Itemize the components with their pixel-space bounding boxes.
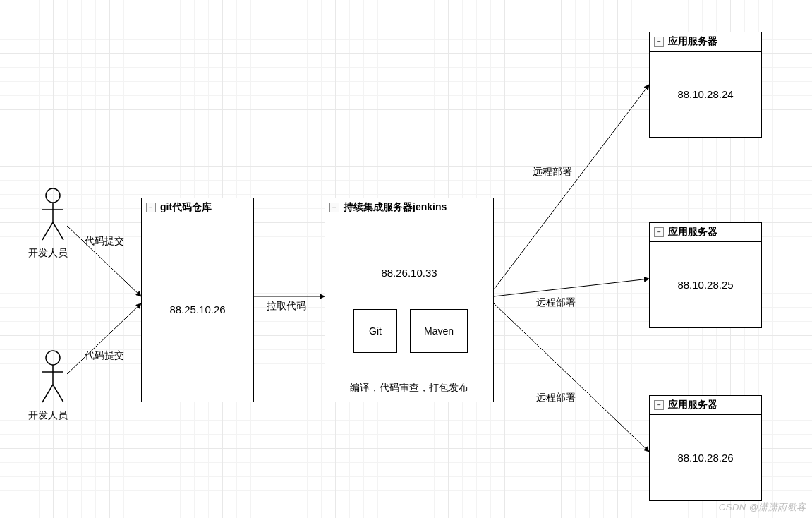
app1-title: 应用服务器 — [668, 35, 717, 48]
node-app-server-2[interactable]: − 应用服务器 88.10.28.25 — [649, 222, 762, 328]
app3-header: − 应用服务器 — [650, 396, 761, 415]
svg-point-11 — [46, 351, 60, 365]
ci-tool-git[interactable]: Git — [353, 309, 397, 353]
edge-label-deploy-3: 远程部署 — [536, 392, 576, 404]
ci-caption: 编译，代码审查，打包发布 — [325, 382, 493, 394]
watermark: CSDN @潇潇雨歇客 — [719, 501, 806, 514]
collapse-icon[interactable]: − — [329, 203, 339, 212]
collapse-icon[interactable]: − — [654, 227, 664, 237]
svg-line-14 — [42, 385, 53, 402]
svg-line-9 — [42, 222, 53, 240]
collapse-icon[interactable]: − — [654, 37, 664, 47]
svg-line-15 — [53, 385, 63, 402]
app3-title: 应用服务器 — [668, 399, 717, 411]
collapse-icon[interactable]: − — [654, 400, 664, 410]
actor-developer-2 — [39, 349, 67, 406]
git-ip: 88.25.10.26 — [169, 303, 225, 315]
svg-line-10 — [53, 222, 63, 240]
ci-tool-maven[interactable]: Maven — [410, 309, 468, 353]
app2-ip: 88.10.28.25 — [677, 279, 733, 291]
app3-ip: 88.10.28.26 — [677, 452, 733, 464]
actor-1-label: 开发人员 — [28, 247, 68, 260]
node-app-server-3[interactable]: − 应用服务器 88.10.28.26 — [649, 395, 762, 501]
actor-developer-1 — [39, 187, 67, 243]
node-git-repo[interactable]: − git代码仓库 88.25.10.26 — [141, 198, 254, 402]
ci-title: 持续集成服务器jenkins — [344, 201, 447, 214]
app2-header: − 应用服务器 — [650, 223, 761, 242]
svg-point-6 — [46, 188, 60, 203]
node-ci-jenkins[interactable]: − 持续集成服务器jenkins 88.26.10.33 Git Maven 编… — [325, 198, 494, 402]
edge-label-deploy-1: 远程部署 — [533, 166, 572, 179]
edge-label-deploy-2: 远程部署 — [536, 296, 576, 309]
node-git-header: − git代码仓库 — [142, 198, 253, 217]
edge-label-commit-1: 代码提交 — [85, 235, 124, 248]
actor-2-label: 开发人员 — [28, 409, 68, 422]
edge-label-pull: 拉取代码 — [267, 300, 306, 313]
app1-header: − 应用服务器 — [650, 32, 761, 52]
node-ci-header: − 持续集成服务器jenkins — [325, 198, 493, 217]
app1-ip: 88.10.28.24 — [677, 88, 733, 100]
edge-label-commit-2: 代码提交 — [85, 349, 124, 362]
git-title: git代码仓库 — [160, 201, 212, 214]
collapse-icon[interactable]: − — [146, 203, 156, 212]
node-app-server-1[interactable]: − 应用服务器 88.10.28.24 — [649, 32, 762, 138]
ci-ip: 88.26.10.33 — [381, 267, 437, 279]
app2-title: 应用服务器 — [668, 226, 717, 239]
